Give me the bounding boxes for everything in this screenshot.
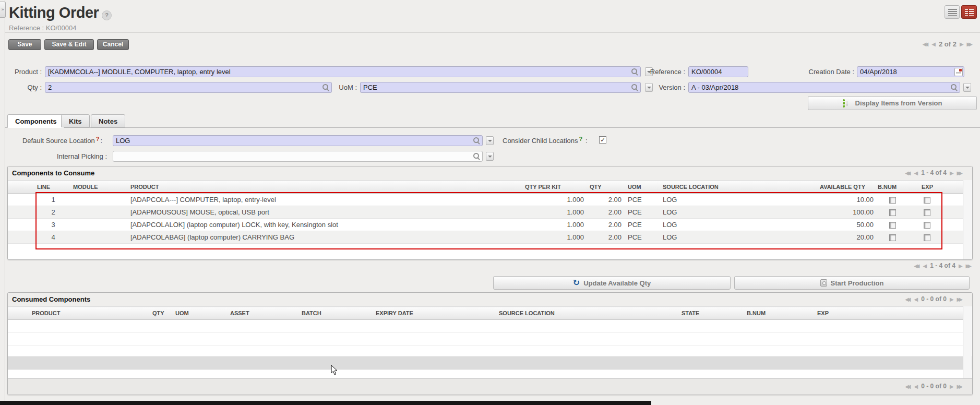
save-edit-button[interactable]: Save & Edit	[44, 39, 94, 50]
pager-next-button[interactable]: ▶	[960, 41, 964, 47]
start-production-button[interactable]: Start Production	[734, 276, 970, 290]
cell-module[interactable]	[70, 231, 127, 244]
col-qty[interactable]: QTY	[589, 181, 624, 194]
col-exp[interactable]: EXP	[918, 181, 964, 194]
col-source-location[interactable]: SOURCE LOCATION	[494, 307, 676, 320]
cell-module[interactable]	[70, 206, 127, 219]
product-input[interactable]: [KADMMCOLA--] MODULE, COMPUTER, laptop, …	[45, 66, 641, 77]
pager-next-button[interactable]: ▶	[959, 263, 963, 269]
col-module[interactable]: MODULE	[70, 181, 127, 194]
exp-checkbox[interactable]	[924, 209, 930, 216]
col-uom[interactable]: UOM	[170, 307, 225, 320]
col-exp[interactable]: EXP	[812, 307, 964, 320]
search-icon[interactable]	[473, 153, 480, 160]
components-scrollbar[interactable]	[963, 180, 972, 259]
col-available-qty[interactable]: AVAILABLE QTY	[819, 181, 876, 194]
internal-picking-dropdown-button[interactable]	[486, 152, 494, 161]
exp-checkbox[interactable]	[924, 234, 930, 241]
search-icon[interactable]	[631, 68, 638, 75]
default-source-location-dropdown-button[interactable]	[486, 136, 494, 145]
cell-qty-per-kit[interactable]: 1.000	[524, 219, 589, 231]
uom-input[interactable]: PCE	[360, 82, 641, 93]
col-qty-per-kit[interactable]: QTY PER KIT	[524, 181, 589, 194]
pager-last-button[interactable]: ▶▶	[967, 41, 973, 47]
table-row[interactable]: 2[ADAPMOUSOUS] MOUSE, optical, USB port1…	[8, 206, 964, 219]
cell-line[interactable]: 2	[37, 206, 70, 219]
consumed-scrollbar[interactable]	[963, 306, 972, 380]
bnum-checkbox[interactable]	[889, 209, 896, 216]
cell-available-qty[interactable]: 10.00	[819, 194, 876, 206]
cell-module[interactable]	[70, 194, 127, 206]
pager-prev-button[interactable]: ◀	[914, 384, 918, 389]
save-button[interactable]: Save	[8, 39, 41, 50]
search-icon[interactable]	[322, 84, 329, 91]
col-batch[interactable]: BATCH	[298, 307, 371, 320]
cell-uom[interactable]: PCE	[624, 206, 658, 219]
pager-first-button[interactable]: ◀◀	[905, 384, 911, 389]
help-icon[interactable]: ?	[102, 10, 112, 20]
cell-product[interactable]: [ADAPCOLA---] COMPUTER, laptop, entry-le…	[127, 194, 524, 206]
cell-blank[interactable]	[8, 206, 37, 219]
pager-next-button[interactable]: ▶	[950, 384, 954, 389]
cell-blank[interactable]	[8, 194, 37, 206]
col-bnum[interactable]: B.NUM	[876, 181, 918, 194]
pager-first-button[interactable]: ◀◀	[914, 263, 919, 269]
creation-date-input[interactable]: 04/Apr/2018	[857, 66, 964, 77]
col-source-location[interactable]: SOURCE LOCATION	[658, 181, 819, 194]
qty-input[interactable]: 2	[45, 82, 332, 93]
cell-available-qty[interactable]: 50.00	[819, 219, 876, 231]
col-line[interactable]: LINE	[37, 181, 70, 194]
tab-kits[interactable]: Kits	[61, 114, 90, 127]
cell-line[interactable]: 1	[37, 194, 70, 206]
default-source-location-input[interactable]: LOG	[113, 135, 483, 146]
cell-line[interactable]: 4	[37, 231, 70, 244]
pager-next-button[interactable]: ▶	[950, 170, 954, 176]
cell-uom[interactable]: PCE	[624, 219, 658, 231]
cell-blank[interactable]	[8, 231, 37, 244]
exp-checkbox[interactable]	[924, 197, 930, 204]
exp-checkbox[interactable]	[924, 222, 930, 229]
cell-qty-per-kit[interactable]: 1.000	[524, 194, 589, 206]
pager-prev-button[interactable]: ◀	[931, 41, 936, 47]
bnum-checkbox[interactable]	[889, 234, 896, 241]
col-expiry-date[interactable]: EXPIRY DATE	[371, 307, 494, 320]
pager-next-button[interactable]: ▶	[950, 296, 954, 302]
table-row[interactable]: 3[ADAPCOLALOK] (laptop computer) LOCK, w…	[8, 219, 964, 231]
cell-product[interactable]: [ADAPCOLABAG] (laptop computer) CARRYING…	[127, 231, 524, 244]
col-product[interactable]: PRODUCT	[29, 307, 152, 320]
search-icon[interactable]	[473, 137, 480, 144]
cell-qty[interactable]: 2.00	[589, 219, 624, 231]
col-state[interactable]: STATE	[676, 307, 742, 320]
pager-first-button[interactable]: ◀◀	[905, 296, 911, 302]
tab-components[interactable]: Components	[7, 114, 64, 128]
cell-source-location[interactable]: LOG	[658, 219, 819, 231]
table-row[interactable]: 1[ADAPCOLA---] COMPUTER, laptop, entry-l…	[8, 194, 964, 206]
version-input[interactable]: A - 03/Apr/2018	[688, 82, 960, 93]
cell-qty[interactable]: 2.00	[589, 194, 624, 206]
pager-prev-button[interactable]: ◀	[914, 170, 918, 176]
col-asset[interactable]: ASSET	[225, 307, 298, 320]
help-icon[interactable]: ?	[579, 136, 583, 142]
cell-source-location[interactable]: LOG	[658, 206, 819, 219]
reference-input[interactable]: KO/00004	[688, 66, 748, 77]
cell-product[interactable]: [ADAPMOUSOUS] MOUSE, optical, USB port	[127, 206, 524, 219]
bnum-checkbox[interactable]	[889, 197, 896, 204]
form-view-button[interactable]	[961, 5, 977, 19]
help-icon[interactable]: ?	[96, 136, 100, 142]
calendar-icon[interactable]	[954, 68, 963, 76]
update-available-qty-button[interactable]: ↻ Update Available Qty	[493, 276, 731, 290]
pager-prev-button[interactable]: ◀	[923, 263, 927, 269]
cell-qty-per-kit[interactable]: 1.000	[524, 206, 589, 219]
pager-first-button[interactable]: ◀◀	[923, 41, 928, 47]
tab-notes[interactable]: Notes	[91, 114, 125, 127]
cell-available-qty[interactable]: 100.00	[819, 206, 876, 219]
cell-qty[interactable]: 2.00	[589, 206, 624, 219]
consider-child-locations-checkbox[interactable]: ✓	[599, 136, 606, 144]
pager-prev-button[interactable]: ◀	[914, 296, 918, 302]
display-items-from-version-button[interactable]: ↓ Display Items from Version	[808, 96, 977, 110]
cell-qty-per-kit[interactable]: 1.000	[524, 231, 589, 244]
cell-uom[interactable]: PCE	[624, 194, 658, 206]
cell-blank[interactable]	[8, 219, 37, 231]
bnum-checkbox[interactable]	[889, 222, 896, 229]
col-uom[interactable]: UOM	[624, 181, 658, 194]
